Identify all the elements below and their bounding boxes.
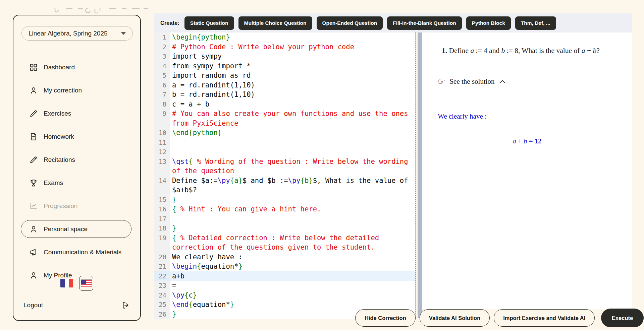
sidebar-item-label: Exercises (44, 110, 71, 117)
line-code[interactable]: \qst{ % Wording of the question : Write … (170, 157, 416, 176)
line-code[interactable]: # You can also create your own functions… (170, 109, 416, 128)
line-number: 4 (154, 61, 170, 71)
create-python-block-button[interactable]: Python Block (466, 16, 511, 30)
sidebar-item-personal-space[interactable]: Personal space (13, 217, 140, 241)
hide-correction-button[interactable]: Hide Correction (355, 309, 416, 327)
line-code[interactable]: import sympy (170, 52, 416, 61)
line-number: 26 (154, 310, 170, 319)
chevron-down-icon (121, 32, 126, 35)
line-number: 5 (154, 71, 170, 80)
see-solution-toggle[interactable]: ☞ See the solution (438, 77, 506, 86)
line-number: 14 (154, 176, 170, 195)
line-number: 24 (154, 290, 170, 300)
editor-line-14: 14Define $a:=\py{a}$ and $b :=\py{b}$, W… (154, 176, 416, 195)
see-solution-label: See the solution (449, 77, 494, 86)
line-number: 21 (154, 262, 170, 271)
sidebar-item-recitations[interactable]: Recitations (13, 148, 140, 171)
line-number: 17 (154, 214, 170, 224)
latex-code-editor[interactable]: 1\begin{python}2# Python Code : Write be… (154, 32, 416, 319)
rendered-preview-pane: 1. Define a := 4 and b := 8, What is the… (422, 32, 632, 309)
create-static-question-button[interactable]: Static Question (184, 16, 234, 30)
line-number: 7 (154, 90, 170, 100)
line-code[interactable]: b = rd.randint(1,10) (170, 90, 416, 100)
us-flag-icon (81, 279, 92, 287)
line-code[interactable]: ​ (170, 214, 416, 224)
editor-line-25: 25\end{equation*} (154, 300, 416, 310)
line-number: 18 (154, 223, 170, 233)
line-code[interactable]: a = rd.randint(1,10) (170, 80, 416, 90)
editor-line-16: 16{ % Hint : You can give a hint here. (154, 204, 416, 214)
sidebar-item-communication-materials[interactable]: Communication & Materials (13, 241, 140, 264)
line-code[interactable]: \end{python} (170, 128, 416, 138)
create-fill-in-the-blank-question-button[interactable]: Fill-in-the-Blank Question (387, 16, 462, 30)
create-open-ended-question-button[interactable]: Open-Ended Question (317, 16, 383, 30)
line-code[interactable]: \begin{python} (170, 32, 416, 42)
line-code[interactable]: Define $a:=\py{a}$ and $b :=\py{b}$, Wha… (170, 176, 416, 195)
course-selector-label: Linear Algebra, Spring 2025 (29, 30, 108, 37)
editor-line-1: 1\begin{python} (154, 32, 416, 42)
editor-line-17: 17​ (154, 214, 416, 224)
line-code[interactable]: from sympy import * (170, 61, 416, 71)
sidebar-item-dashboard[interactable]: Dashboard (13, 56, 140, 79)
sidebar-item-label: Homework (44, 133, 74, 140)
line-code[interactable]: { % Hint : You can give a hint here. (170, 204, 416, 214)
create-multiple-choice-question-button[interactable]: Multiple Choice Question (238, 16, 312, 30)
footer-actions: Hide CorrectionValidate AI SolutionImpor… (355, 309, 595, 327)
language-switcher (13, 275, 140, 291)
execute-button[interactable]: Execute (601, 309, 644, 327)
line-code[interactable]: \py{c} (170, 290, 416, 300)
line-number: 12 (154, 147, 170, 157)
line-code[interactable]: ​ (170, 147, 416, 157)
clipped-text-fragment (53, 8, 154, 13)
sidebar-item-exams[interactable]: Exams (13, 171, 140, 194)
line-code[interactable]: } (170, 195, 416, 205)
sidebar-item-label: Communication & Materials (44, 249, 121, 256)
line-code[interactable]: } (170, 223, 416, 233)
line-code[interactable]: # Python Code : Write below your python … (170, 42, 416, 52)
chart-icon (29, 202, 38, 210)
line-code[interactable]: \end{equation*} (170, 300, 416, 310)
editor-line-11: 11​ (154, 138, 416, 147)
line-code[interactable]: import random as rd (170, 71, 416, 80)
sidebar-item-homework[interactable]: Homework (13, 125, 140, 148)
sidebar-item-label: Exams (44, 179, 63, 187)
logout-button[interactable]: Logout (13, 290, 140, 320)
person-icon (29, 225, 38, 234)
pencil-icon (29, 109, 38, 118)
line-number: 9 (154, 109, 170, 128)
line-number: 19 (154, 233, 170, 252)
question-text: 1. Define a := 4 and b := 8, What is the… (442, 45, 600, 56)
line-code[interactable]: { % Detailed correction : Write below th… (170, 233, 416, 252)
sidebar-item-my-correction[interactable]: My correction (13, 79, 140, 102)
editor-line-18: 18} (154, 223, 416, 233)
import-exercise-and-validate-ai-button[interactable]: Import Exercise and Validate AI (494, 309, 595, 327)
pane-resize-handle[interactable] (418, 32, 422, 318)
create-toolbar: Create: Static QuestionMultiple Choice Q… (154, 13, 632, 32)
create-thm-def-button[interactable]: Thm, Def, ... (515, 16, 556, 30)
line-code[interactable]: We clearly have : (170, 252, 416, 262)
line-number: 11 (154, 138, 170, 147)
line-number: 6 (154, 80, 170, 90)
line-number: 25 (154, 300, 170, 310)
course-selector[interactable]: Linear Algebra, Spring 2025 (21, 26, 133, 41)
editor-preview-divider-line (415, 32, 416, 318)
sidebar-item-label: Progression (44, 202, 77, 210)
editor-line-15: 15} (154, 195, 416, 205)
chevron-up-icon (499, 79, 506, 84)
french-flag-button[interactable] (60, 279, 73, 287)
sidebar: Linear Algebra, Spring 2025 DashboardMy … (13, 15, 141, 321)
app-root: { "sidebar": { "course_selector": { "lab… (0, 0, 644, 330)
line-code[interactable]: c = a + b (170, 100, 416, 109)
line-code[interactable]: = (170, 281, 416, 290)
document-icon (29, 132, 38, 141)
line-code[interactable]: a+b (170, 271, 416, 281)
pencil-icon (29, 155, 38, 164)
line-code[interactable]: ​ (170, 138, 416, 147)
line-code[interactable]: \begin{equation*} (170, 262, 416, 271)
sidebar-item-exercises[interactable]: Exercises (13, 102, 140, 125)
sidebar-item-progression[interactable]: Progression (13, 194, 140, 217)
solution-equation: a + b = 12 (422, 137, 632, 145)
editor-line-10: 10\end{python} (154, 128, 416, 138)
english-flag-button[interactable] (79, 276, 93, 291)
validate-ai-solution-button[interactable]: Validate AI Solution (420, 309, 490, 327)
